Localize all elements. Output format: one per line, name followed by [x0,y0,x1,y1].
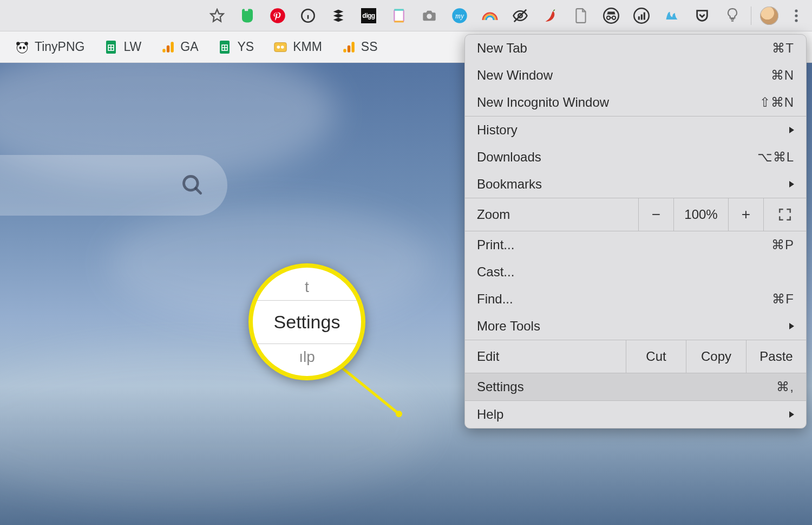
buffer-icon[interactable] [330,7,347,24]
edit-cut-button[interactable]: Cut [626,340,686,373]
star-icon[interactable] [208,7,226,24]
menu-new-window[interactable]: New Window ⌘N [465,62,806,89]
menu-label: More Tools [477,319,540,334]
bookmark-ss[interactable]: SS [334,36,385,57]
pinterest-icon[interactable] [269,7,286,24]
svg-rect-32 [167,45,169,52]
toolbar-separator [751,7,751,25]
menu-shortcut: ⌘T [772,41,794,56]
bookmark-label: YS [237,40,254,54]
menu-label: Find... [477,291,513,307]
submenu-arrow-icon [789,323,794,329]
extension-toolbar: digg my [0,0,812,31]
menu-new-tab[interactable]: New Tab ⌘T [465,35,806,62]
zoom-out-button[interactable]: − [638,198,673,231]
svg-rect-17 [641,14,643,20]
svg-rect-33 [171,42,174,53]
chili-icon[interactable] [542,7,559,24]
wave-icon[interactable] [663,7,680,24]
svg-point-11 [604,8,619,23]
svg-rect-16 [638,16,640,20]
edit-paste-button[interactable]: Paste [746,340,806,373]
bookmark-kmm[interactable]: KMM [266,36,330,57]
incognito-icon[interactable] [603,7,620,24]
menu-new-incognito[interactable]: New Incognito Window ⇧⌘N [465,89,806,116]
menu-label: Print... [477,237,514,252]
profile-avatar[interactable] [760,7,778,25]
rainbow-icon[interactable] [481,7,499,24]
doc-icon[interactable] [572,7,590,24]
fullscreen-button[interactable] [763,198,806,231]
bookmark-ys[interactable]: YS [210,36,261,57]
svg-rect-38 [274,42,286,51]
svg-text:my: my [455,12,464,20]
chrome-main-menu: New Tab ⌘T New Window ⌘N New Incognito W… [464,34,807,429]
menu-label: Bookmarks [477,177,542,192]
svg-point-39 [277,46,280,49]
search-pill[interactable] [0,155,227,216]
callout-main-label: Settings [253,301,361,343]
bookmark-label: LW [123,40,141,54]
menu-settings[interactable]: Settings ⌘, [465,373,806,400]
bookmark-ga[interactable]: GA [153,36,206,57]
eye-off-icon[interactable] [512,7,529,24]
svg-point-23 [16,42,20,46]
my-icon[interactable]: my [451,7,468,24]
menu-shortcut: ⌘P [771,237,794,252]
kmm-icon [273,40,287,54]
bookmark-label: SS [361,40,378,54]
menu-label: Zoom [477,207,510,222]
bookmark-label: GA [180,40,198,54]
chrome-menu-button[interactable] [786,5,807,26]
svg-point-6 [427,14,431,18]
menu-bookmarks[interactable]: Bookmarks [465,171,806,198]
svg-point-20 [795,14,797,17]
svg-rect-41 [343,49,346,53]
menu-label: Cast... [477,264,514,280]
zoom-in-button[interactable]: + [728,198,763,231]
menu-find[interactable]: Find... ⌘F [465,286,806,313]
svg-rect-43 [351,42,354,53]
menu-history[interactable]: History [465,116,806,144]
submenu-arrow-icon [789,127,794,133]
svg-point-12 [607,16,610,19]
bulb-icon[interactable] [724,7,741,24]
panda-icon [15,40,29,54]
bookmark-tinypng[interactable]: TinyPNG [8,36,92,57]
menu-more-tools[interactable]: More Tools [465,313,806,340]
menu-label: History [477,122,518,138]
bookmark-lw[interactable]: LW [96,36,149,57]
svg-point-40 [281,46,284,49]
svg-point-21 [795,19,797,22]
chart-icon[interactable] [633,7,650,24]
menu-help[interactable]: Help [465,401,806,428]
svg-point-24 [24,42,28,46]
svg-line-45 [196,189,201,193]
menu-cast[interactable]: Cast... [465,258,806,286]
svg-point-25 [19,46,22,49]
svg-marker-0 [211,9,223,21]
fullscreen-icon [778,208,792,222]
zoom-value: 100% [673,198,728,231]
info-icon[interactable] [299,7,317,24]
svg-rect-5 [394,10,403,22]
menu-shortcut: ⇧⌘N [759,95,794,110]
note-icon[interactable] [390,7,408,24]
submenu-arrow-icon [789,411,794,418]
pocket-icon[interactable] [693,7,711,24]
svg-point-1 [270,8,285,23]
camera-icon[interactable] [421,7,438,24]
evernote-icon[interactable] [239,7,256,24]
menu-label: New Incognito Window [477,95,609,110]
menu-zoom-row: Zoom − 100% + [465,198,806,231]
menu-edit-row: Edit Cut Copy Paste [465,340,806,373]
svg-rect-42 [348,45,350,52]
digg-icon[interactable]: digg [360,7,377,24]
menu-downloads[interactable]: Downloads ⌥⌘L [465,144,806,171]
submenu-arrow-icon [789,181,794,187]
menu-shortcut: ⌘, [776,379,794,394]
menu-shortcut: ⌥⌘L [757,150,794,165]
menu-print[interactable]: Print... ⌘P [465,231,806,258]
edit-copy-button[interactable]: Copy [686,340,746,373]
svg-rect-18 [644,12,645,20]
